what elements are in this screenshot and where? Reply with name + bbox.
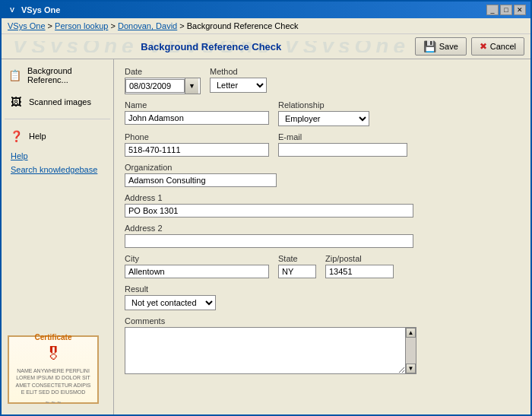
comments-field: Comments ▲ ▼ xyxy=(125,316,416,374)
relationship-label: Relationship xyxy=(278,100,369,110)
date-field: Date ▼ xyxy=(125,67,201,94)
city-field: City xyxy=(125,254,269,278)
sidebar-help-label: Help xyxy=(29,132,46,141)
date-method-row: Date ▼ Method Letter Phone Email In pers… xyxy=(125,67,520,94)
save-button[interactable]: 💾 Save xyxy=(415,37,467,56)
breadcrumb-sep1: > xyxy=(48,21,55,30)
sidebar-item-help[interactable]: ❓ Help xyxy=(2,124,113,148)
breadcrumb-person-name[interactable]: Donovan, David xyxy=(118,21,177,30)
minimize-button[interactable]: _ xyxy=(486,5,499,15)
maximize-button[interactable]: □ xyxy=(500,5,512,15)
addr2-label: Address 2 xyxy=(125,224,413,233)
certificate-thumbnail: Certificate 🎖 NAME ANYWHERE PERFLINI LOR… xyxy=(8,335,99,404)
title-bar: V VSys One _ □ ✕ xyxy=(2,2,530,18)
main-window: V VSys One _ □ ✕ VSys One > Person looku… xyxy=(0,0,532,416)
toolbar-buttons: 💾 Save ✖ Cancel xyxy=(415,37,524,56)
comments-input[interactable] xyxy=(125,327,406,374)
comments-row: Comments ▲ ▼ xyxy=(125,316,520,374)
toolbar: VSysOne VSysOne VSysOne Background Refer… xyxy=(2,34,530,59)
cert-lines: NAME ANYWHERE PERFLINI LOREM IPSUM ID DO… xyxy=(14,367,93,395)
addr2-row: Address 2 xyxy=(125,224,520,248)
sidebar-item-scanned-images[interactable]: 🖼 Scanned images xyxy=(2,90,113,114)
comments-scrollbar: ▲ ▼ xyxy=(406,327,416,374)
addr2-field: Address 2 xyxy=(125,224,413,248)
sidebar-link-knowledgebase[interactable]: Search knowledgebase xyxy=(2,164,113,176)
email-input[interactable] xyxy=(278,143,407,157)
content-area: Date ▼ Method Letter Phone Email In pers… xyxy=(114,59,530,414)
sidebar-link-help[interactable]: Help xyxy=(2,150,113,162)
org-label: Organization xyxy=(125,163,277,172)
toolbar-title: Background Reference Check xyxy=(141,41,281,52)
result-label: Result xyxy=(125,284,216,294)
window-title: VSys One xyxy=(21,5,60,14)
name-relationship-row: Name Relationship Employer Personal Prof… xyxy=(125,100,520,126)
date-input-wrapper: ▼ xyxy=(125,78,201,94)
sidebar-item-background-ref[interactable]: 📋 Background Referenc... xyxy=(2,62,113,88)
comments-wrapper: ▲ ▼ xyxy=(125,327,416,374)
main-area: 📋 Background Referenc... 🖼 Scanned image… xyxy=(2,59,530,414)
cert-ribbon-icon: 🎖 xyxy=(45,345,62,364)
sidebar-divider xyxy=(5,119,110,119)
addr1-row: Address 1 xyxy=(125,193,520,218)
state-input[interactable] xyxy=(278,265,316,278)
relationship-field: Relationship Employer Personal Professio… xyxy=(278,100,369,126)
zip-field: Zip/postal xyxy=(325,254,394,278)
name-input[interactable] xyxy=(125,111,269,125)
name-label: Name xyxy=(125,100,269,110)
phone-email-row: Phone E-mail xyxy=(125,132,520,157)
method-field: Method Letter Phone Email In person xyxy=(210,67,267,93)
cert-title: Certificate xyxy=(35,333,72,341)
app-logo: V xyxy=(6,4,18,16)
breadcrumb: VSys One > Person lookup > Donovan, Davi… xyxy=(2,18,530,34)
breadcrumb-section: Background Reference Check xyxy=(187,21,299,30)
phone-label: Phone xyxy=(125,132,269,141)
breadcrumb-sep3: > xyxy=(179,21,186,30)
method-label: Method xyxy=(210,67,267,76)
breadcrumb-person-lookup[interactable]: Person lookup xyxy=(55,21,108,30)
org-row: Organization xyxy=(125,163,520,187)
org-input[interactable] xyxy=(125,173,277,187)
cert-signature: ~ ~ ~ xyxy=(46,399,62,406)
result-field: Result Not yet contacted Contacted Compl… xyxy=(125,284,216,310)
toolbar-watermark: VSysOne VSysOne VSysOne Background Refer… xyxy=(8,41,415,52)
name-field: Name xyxy=(125,100,269,125)
addr2-input[interactable] xyxy=(125,234,413,248)
city-state-zip-row: City State Zip/postal xyxy=(125,254,520,278)
result-select[interactable]: Not yet contacted Contacted Completed Un… xyxy=(125,295,216,310)
email-field: E-mail xyxy=(278,132,407,157)
method-select[interactable]: Letter Phone Email In person xyxy=(210,78,267,93)
org-field: Organization xyxy=(125,163,277,187)
save-label: Save xyxy=(439,42,458,51)
zip-label: Zip/postal xyxy=(325,254,394,263)
addr1-input[interactable] xyxy=(125,204,413,218)
addr1-label: Address 1 xyxy=(125,193,413,202)
sidebar-item-background-ref-label: Background Referenc... xyxy=(27,66,107,84)
sidebar: 📋 Background Referenc... 🖼 Scanned image… xyxy=(2,59,114,414)
comments-label: Comments xyxy=(125,316,416,325)
breadcrumb-sep2: > xyxy=(110,21,117,30)
state-label: State xyxy=(278,254,316,263)
cancel-label: Cancel xyxy=(490,42,516,51)
title-bar-left: V VSys One xyxy=(6,4,60,16)
scroll-down-button[interactable]: ▼ xyxy=(406,364,416,373)
background-ref-icon: 📋 xyxy=(8,67,23,84)
title-bar-controls: _ □ ✕ xyxy=(486,5,526,15)
scroll-up-button[interactable]: ▲ xyxy=(406,328,416,338)
state-field: State xyxy=(278,254,316,278)
date-dropdown-button[interactable]: ▼ xyxy=(185,78,198,94)
sidebar-item-scanned-images-label: Scanned images xyxy=(29,97,91,106)
zip-input[interactable] xyxy=(325,265,394,278)
phone-input[interactable] xyxy=(125,143,269,157)
breadcrumb-vsys-one[interactable]: VSys One xyxy=(8,21,46,30)
addr1-field: Address 1 xyxy=(125,193,413,218)
scanned-images-icon: 🖼 xyxy=(8,94,24,110)
save-icon: 💾 xyxy=(423,40,436,52)
date-input[interactable] xyxy=(125,79,185,93)
cancel-button[interactable]: ✖ Cancel xyxy=(471,37,524,56)
result-row: Result Not yet contacted Contacted Compl… xyxy=(125,284,520,310)
relationship-select[interactable]: Employer Personal Professional Other xyxy=(278,111,369,126)
close-button[interactable]: ✕ xyxy=(514,5,526,15)
cancel-icon: ✖ xyxy=(480,41,487,52)
date-label: Date xyxy=(125,67,201,76)
city-input[interactable] xyxy=(125,265,269,278)
